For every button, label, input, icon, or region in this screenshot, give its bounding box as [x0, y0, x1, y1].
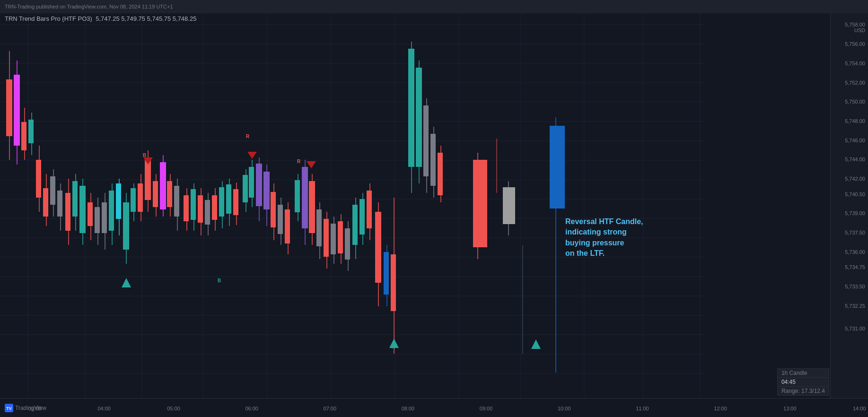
y-axis: USD 5,758.00 5,756.00 5,754.00 5,752.00 … [830, 13, 868, 398]
svg-rect-126 [338, 221, 343, 253]
svg-rect-52 [79, 186, 86, 233]
svg-rect-56 [95, 207, 100, 233]
svg-rect-122 [324, 219, 329, 257]
tv-logo-icon: TV [5, 404, 13, 412]
range-label: Range: 17.3/12.4 [781, 388, 825, 394]
info-box: 1h Candle 04:45 Range: 17.3/12.4 [777, 368, 829, 396]
svg-text:TV: TV [6, 406, 12, 411]
svg-rect-82 [184, 195, 189, 221]
svg-marker-160 [531, 339, 541, 349]
usd-currency-label: USD [854, 27, 865, 33]
svg-rect-118 [309, 181, 315, 233]
tradingview-logo: TV TradingView [5, 404, 46, 412]
x-label-1000: 10:00 [558, 406, 571, 411]
svg-rect-128 [345, 228, 350, 260]
svg-rect-38 [28, 120, 34, 143]
svg-rect-67 [131, 188, 136, 212]
svg-rect-115 [302, 167, 308, 228]
y-label-16: 5,732.25 [845, 303, 865, 309]
candle-time: 04:45 [781, 379, 796, 385]
svg-rect-50 [72, 181, 78, 217]
svg-marker-99 [247, 152, 257, 159]
svg-rect-120 [316, 209, 322, 246]
published-bar: TRN-Trading published on TradingView.com… [0, 0, 868, 13]
y-label-15: 5,733.50 [845, 284, 865, 289]
svg-rect-71 [145, 160, 151, 200]
svg-rect-132 [359, 199, 365, 235]
svg-rect-159 [550, 126, 565, 208]
svg-rect-143 [408, 49, 414, 167]
svg-rect-103 [256, 164, 262, 206]
svg-rect-40 [36, 160, 41, 198]
svg-rect-36 [21, 122, 26, 150]
svg-rect-96 [233, 189, 238, 215]
svg-rect-74 [153, 181, 158, 207]
y-label-7: 5,746.00 [845, 138, 865, 143]
y-label-17: 5,731.00 [845, 326, 865, 331]
svg-rect-124 [331, 224, 336, 254]
svg-rect-109 [278, 205, 283, 234]
svg-rect-54 [88, 202, 93, 226]
published-text: TRN-Trading published on TradingView.com… [5, 4, 173, 9]
svg-rect-138 [384, 252, 389, 295]
signal-label-b2: B [143, 153, 146, 158]
svg-rect-84 [191, 189, 196, 220]
x-label-0900: 09:00 [480, 406, 493, 411]
svg-rect-92 [219, 187, 224, 217]
svg-rect-58 [102, 202, 107, 233]
svg-rect-69 [138, 183, 143, 212]
y-label-12: 5,737.50 [845, 230, 865, 235]
candle-chart-svg [0, 13, 705, 398]
y-label-14: 5,734.75 [845, 264, 865, 270]
y-label-6: 5,748.00 [845, 118, 865, 124]
svg-rect-147 [423, 105, 429, 176]
x-label-0500: 05:00 [167, 406, 180, 411]
svg-rect-149 [430, 134, 436, 186]
info-row-time: 04:45 [778, 378, 829, 387]
svg-rect-136 [375, 212, 381, 283]
info-row-candle: 1h Candle [778, 369, 829, 378]
signal-label-r1: R [246, 134, 249, 139]
chart-area: Reversal HTF Candle,indicating strongbuy… [0, 13, 705, 398]
x-label-1400: 14:00 [853, 406, 866, 411]
x-label-1200: 12:00 [714, 406, 727, 411]
x-axis: 03:00 04:00 05:00 06:00 07:00 08:00 09:0… [0, 398, 868, 417]
svg-rect-78 [167, 181, 172, 207]
x-label-0800: 08:00 [402, 406, 415, 411]
y-label-1: 5,758.00 [845, 22, 865, 27]
x-label-1100: 11:00 [636, 406, 649, 411]
signal-label-r2: R [297, 159, 300, 164]
x-label-0700: 07:00 [324, 406, 337, 411]
svg-rect-90 [212, 195, 217, 220]
svg-rect-94 [226, 184, 231, 214]
indicator-name: TRN Trend Bars Pro (HTF PO3) [5, 15, 92, 22]
svg-rect-34 [14, 75, 20, 146]
svg-rect-134 [367, 191, 372, 228]
y-label-9: 5,742.00 [845, 176, 865, 182]
svg-rect-111 [285, 209, 290, 243]
signal-label-b3: B [218, 278, 221, 283]
svg-rect-151 [438, 153, 443, 195]
x-label-1300: 13:00 [783, 406, 797, 411]
svg-rect-80 [174, 186, 179, 217]
x-label-0600: 06:00 [245, 406, 258, 411]
svg-rect-48 [65, 193, 70, 231]
signal-label-b1: B [7, 87, 10, 92]
svg-rect-130 [352, 205, 358, 245]
svg-rect-98 [243, 175, 248, 202]
svg-rect-156 [503, 187, 515, 224]
svg-rect-62 [116, 183, 121, 219]
svg-rect-88 [205, 200, 210, 225]
y-label-13: 5,736.00 [845, 249, 865, 255]
tv-logo-text: TradingView [15, 405, 46, 411]
y-label-4: 5,752.00 [845, 80, 865, 86]
candle-label: 1h Candle [781, 370, 807, 376]
y-label-10: 5,740.50 [845, 191, 865, 197]
y-label-2: 5,756.00 [845, 41, 865, 47]
y-label-3: 5,754.00 [845, 61, 865, 66]
indicator-header: TRN Trend Bars Pro (HTF PO3) 5,747.25 5,… [5, 15, 196, 22]
svg-rect-145 [416, 68, 422, 167]
svg-rect-107 [271, 192, 276, 227]
svg-rect-105 [263, 172, 270, 209]
svg-rect-64 [123, 202, 129, 250]
